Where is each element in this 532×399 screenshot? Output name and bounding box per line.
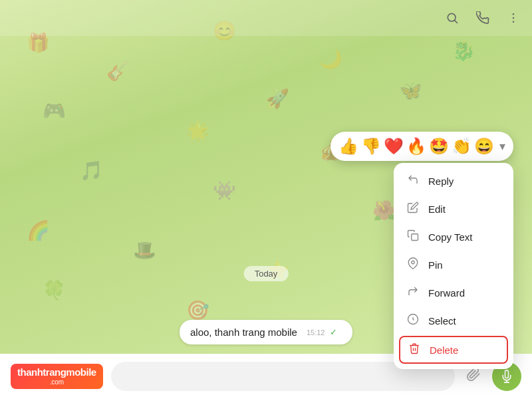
brand-logo: thanhtrangmobile .com: [11, 364, 103, 389]
svg-point-4: [513, 21, 515, 23]
message-status: ✓: [330, 327, 337, 337]
menu-label-delete: Delete: [430, 344, 458, 356]
svg-point-3: [513, 17, 515, 19]
emoji-expand-button[interactable]: ▾: [499, 139, 505, 154]
attachment-icon[interactable]: [463, 367, 484, 386]
emoji-clap[interactable]: 👏: [452, 137, 471, 156]
menu-item-reply[interactable]: Reply: [394, 167, 513, 195]
message-text: aloo, thanh trang mobile: [190, 327, 297, 338]
emoji-reaction-bar: 👍 👎 ❤️ 🔥 🤩 👏 😄 ▾: [331, 132, 513, 161]
message-bubble: aloo, thanh trang mobile 15:12 ✓: [180, 320, 352, 344]
more-options-icon[interactable]: [504, 9, 523, 27]
context-menu: Reply Edit Copy Text Pin: [394, 163, 513, 369]
call-icon[interactable]: [473, 9, 492, 27]
menu-label-select: Select: [428, 315, 456, 327]
svg-line-1: [455, 21, 458, 23]
emoji-star-struck[interactable]: 🤩: [429, 137, 449, 156]
svg-rect-5: [412, 234, 418, 241]
menu-label-copy-text: Copy Text: [428, 231, 472, 243]
menu-label-pin: Pin: [428, 259, 443, 271]
header-bar: [0, 0, 532, 36]
emoji-grin[interactable]: 😄: [474, 137, 494, 156]
svg-point-6: [412, 261, 415, 264]
menu-label-reply: Reply: [428, 176, 454, 187]
menu-item-select[interactable]: Select: [394, 307, 513, 334]
svg-point-2: [513, 13, 515, 15]
brand-name: thanhtrangmobile: [17, 366, 96, 378]
delete-icon: [408, 342, 420, 357]
menu-label-edit: Edit: [428, 203, 446, 215]
svg-point-0: [448, 13, 456, 21]
menu-item-edit[interactable]: Edit: [394, 195, 513, 223]
menu-item-delete[interactable]: Delete: [399, 336, 508, 364]
emoji-fire[interactable]: 🔥: [406, 137, 426, 156]
reply-icon: [407, 174, 419, 188]
menu-item-forward[interactable]: Forward: [394, 279, 513, 307]
select-icon: [407, 313, 419, 328]
emoji-thumbs-up[interactable]: 👍: [338, 137, 358, 156]
menu-label-forward: Forward: [428, 287, 465, 299]
copy-icon: [407, 229, 419, 244]
menu-item-pin[interactable]: Pin: [394, 251, 513, 279]
emoji-thumbs-down[interactable]: 👎: [361, 137, 381, 156]
message-time: 15:12: [307, 329, 325, 336]
brand-sub: .com: [17, 378, 96, 386]
emoji-heart[interactable]: ❤️: [384, 137, 404, 156]
today-label: Today: [244, 266, 289, 281]
edit-icon: [407, 201, 419, 216]
forward-icon: [407, 285, 419, 300]
menu-item-copy-text[interactable]: Copy Text: [394, 223, 513, 251]
search-icon[interactable]: [443, 9, 462, 27]
pin-icon: [407, 257, 419, 272]
